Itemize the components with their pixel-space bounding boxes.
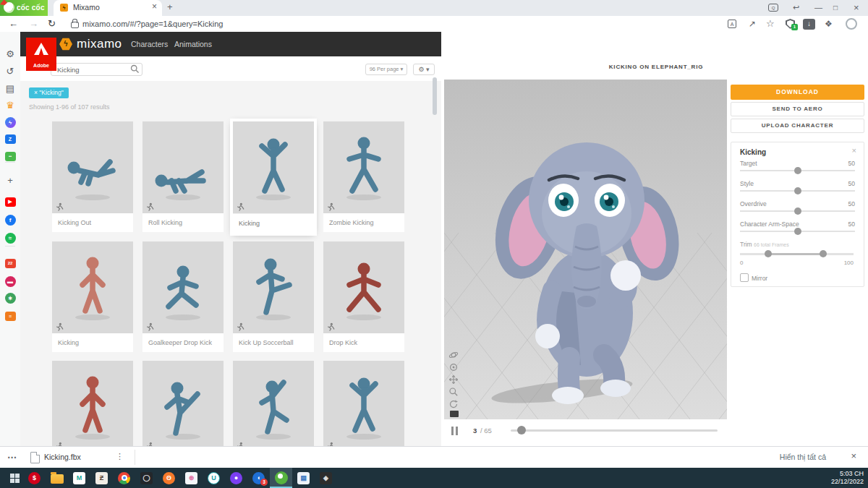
trim-start-thumb[interactable] — [765, 250, 772, 257]
app-brain-taskbar-icon[interactable]: ⊛ — [180, 468, 203, 488]
animation-card[interactable]: Kick Up Soccerball — [233, 241, 314, 352]
show-all-downloads-link[interactable]: Hiển thị tất cả — [780, 453, 826, 461]
panel-close-icon[interactable]: × — [852, 146, 856, 155]
pause-button[interactable] — [451, 427, 460, 435]
adblock-shield-icon[interactable]: 1 — [786, 19, 795, 29]
profile-avatar[interactable] — [846, 18, 857, 30]
calendar-icon[interactable]: 22 — [0, 257, 20, 270]
orbit-camera-icon[interactable] — [448, 350, 459, 360]
mixamo-wordmark[interactable]: mixamo — [77, 37, 122, 51]
focus-target-icon[interactable] — [448, 362, 459, 372]
coccoc-logo[interactable]: cốc cốc — [0, 0, 48, 16]
filter-chip[interactable]: × "Kicking" — [29, 87, 69, 98]
downloaded-file-name[interactable]: Kicking.fbx — [44, 453, 81, 461]
slider-track[interactable] — [740, 210, 855, 212]
new-tab-button[interactable]: + — [167, 1, 173, 12]
zoom-icon[interactable] — [448, 387, 459, 397]
share-icon[interactable]: ↗ — [749, 19, 756, 29]
search-icon[interactable] — [130, 64, 140, 74]
news-feed-icon[interactable]: ▤ — [0, 82, 20, 95]
animation-card[interactable] — [142, 361, 224, 446]
tab-close-icon[interactable]: × — [152, 1, 157, 12]
mini-games-icon[interactable]: ∗ — [0, 291, 20, 304]
mixamo-logo-icon[interactable]: ϟ — [59, 38, 72, 51]
more-downloads-icon[interactable]: ⋯ — [7, 452, 17, 463]
bookmark-star-icon[interactable]: ☆ — [766, 18, 775, 29]
slider-track[interactable] — [740, 170, 855, 171]
window-close-icon[interactable]: × — [854, 2, 859, 13]
file-explorer-taskbar-icon[interactable] — [46, 468, 68, 488]
nav-animations[interactable]: Animations — [174, 40, 212, 48]
extensions-icon[interactable]: ❖ — [825, 19, 833, 29]
minimize-icon[interactable]: — — [814, 3, 822, 12]
slider-thumb[interactable] — [794, 187, 801, 194]
messenger-icon[interactable]: ϟ — [0, 116, 20, 129]
slider-thumb[interactable] — [794, 167, 801, 174]
app-u-taskbar-icon[interactable]: U — [203, 468, 225, 488]
app-dollar-taskbar-icon[interactable]: $ — [23, 468, 46, 488]
maximize-icon[interactable]: □ — [833, 4, 838, 12]
youtube-icon[interactable]: ▶ — [0, 195, 20, 208]
slider-thumb[interactable] — [794, 228, 801, 235]
url-text[interactable]: mixamo.com/#/?page=1&query=Kicking — [82, 20, 223, 28]
games-icon[interactable]: •• — [0, 150, 20, 163]
facebook-icon[interactable]: f — [0, 213, 20, 226]
pan-icon[interactable] — [448, 374, 459, 385]
settings-icon[interactable]: ⚙ — [0, 47, 20, 60]
taskbar-clock[interactable]: 5:03 CH 22/12/2022 — [831, 470, 864, 486]
translate-icon[interactable]: A — [728, 20, 736, 28]
tab-search-icon[interactable]: Q — [768, 4, 778, 12]
restore-tab-icon[interactable]: ↩ — [793, 3, 799, 12]
nav-characters[interactable]: Characters — [131, 40, 168, 48]
adobe-logo[interactable]: Adobe — [26, 38, 56, 71]
chip-close-icon[interactable]: × — [34, 89, 38, 96]
animation-card[interactable]: Roll Kicking — [142, 121, 224, 233]
coccoc-browser-taskbar-icon[interactable] — [270, 468, 292, 488]
github-desktop-taskbar-icon[interactable]: ● — [225, 468, 247, 488]
history-icon[interactable]: ↺ — [0, 64, 20, 77]
zalo-icon[interactable]: Z — [0, 132, 20, 145]
animation-card[interactable]: Zombie Kicking — [323, 121, 404, 233]
animation-card[interactable]: Kicking Out — [52, 121, 133, 233]
animation-card[interactable]: Kicking — [233, 121, 314, 233]
download-menu-icon[interactable]: ⋮ — [116, 452, 124, 461]
slider-track[interactable] — [740, 190, 855, 192]
trim-range-slider[interactable] — [740, 253, 854, 255]
blender-taskbar-icon[interactable]: ʘ — [158, 468, 180, 488]
unity-hub-taskbar-icon[interactable]: ◈ — [315, 468, 337, 488]
slider-thumb[interactable] — [794, 207, 801, 215]
animation-card[interactable]: Drop Kick — [323, 241, 404, 352]
animation-card[interactable]: Kicking — [52, 241, 133, 352]
per-page-select[interactable]: 96 Per page ▾ — [365, 64, 407, 75]
animation-card[interactable]: Goalkeeper Drop Kick — [142, 241, 224, 352]
address-bar[interactable]: ← → ↻ mixamo.com/#/?page=1&query=Kicking… — [0, 16, 868, 33]
forward-icon[interactable]: → — [29, 18, 38, 29]
back-icon[interactable]: ← — [9, 18, 18, 29]
timeline-scrubber[interactable] — [511, 429, 718, 432]
upload-character-button[interactable]: UPLOAD CHARACTER — [731, 119, 864, 133]
browser-tab[interactable]: ϟ Mixamo × — [54, 0, 162, 16]
animation-card[interactable] — [323, 361, 404, 446]
scrubber-thumb[interactable] — [517, 426, 526, 435]
vip-crown-icon[interactable]: ♛ — [0, 98, 20, 111]
chrome-taskbar-icon[interactable] — [113, 468, 135, 488]
lock-icon[interactable] — [71, 22, 79, 28]
animation-card[interactable] — [52, 361, 133, 446]
app-dark-taskbar-icon[interactable]: ◯ — [135, 468, 158, 488]
animation-card[interactable] — [233, 361, 314, 446]
app-m-taskbar-icon[interactable]: M — [68, 468, 90, 488]
notes-taskbar-icon[interactable]: ▤ — [292, 468, 315, 488]
send-to-aero-button[interactable]: SEND TO AERO — [731, 102, 864, 116]
mirror-checkbox[interactable] — [740, 273, 749, 282]
add-shortcut-icon[interactable]: + — [0, 174, 20, 187]
download-button[interactable]: DOWNLOAD — [731, 85, 864, 100]
shopping-icon[interactable]: ≡ — [0, 309, 20, 322]
spotify-icon[interactable]: ≈ — [0, 231, 20, 244]
zbrush-taskbar-icon[interactable]: Ƶ — [90, 468, 113, 488]
viewport-3d[interactable] — [444, 80, 727, 419]
catalog-scrollbar[interactable] — [433, 77, 437, 115]
downloads-bar-close-icon[interactable]: × — [851, 450, 856, 461]
downloads-button[interactable]: ↓ — [803, 19, 815, 30]
search-input[interactable] — [51, 63, 142, 76]
trim-end-thumb[interactable] — [820, 250, 827, 257]
